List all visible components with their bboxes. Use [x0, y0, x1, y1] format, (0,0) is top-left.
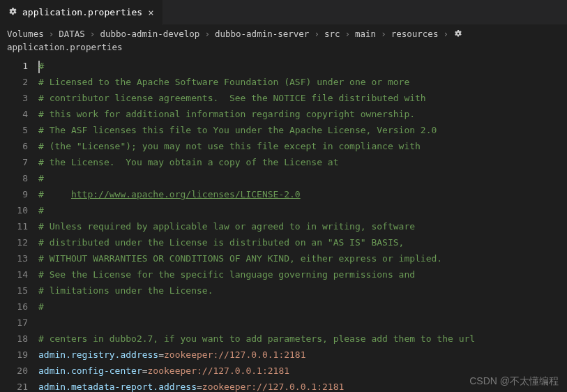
code-editor[interactable]: 12345678910111213141516171819202122 ## L…: [0, 56, 567, 392]
line-number: 17: [0, 315, 28, 331]
line-number: 1: [0, 58, 28, 74]
gear-icon: [453, 29, 464, 39]
line-number: 20: [0, 363, 28, 379]
breadcrumb-item[interactable]: dubbo-admin-develop: [100, 29, 199, 39]
tab-application-properties[interactable]: application.properties ×: [0, 0, 163, 25]
code-line[interactable]: # Licensed to the Apache Software Founda…: [38, 74, 567, 90]
line-number: 2: [0, 74, 28, 90]
code-line[interactable]: [38, 315, 567, 331]
code-line[interactable]: # (the "License"); you may not use this …: [38, 138, 567, 154]
code-line[interactable]: #: [38, 299, 567, 315]
watermark: CSDN @不太懂编程: [469, 375, 559, 388]
chevron-right-icon: ›: [202, 29, 212, 39]
code-line[interactable]: # limitations under the License.: [38, 282, 567, 299]
line-number: 19: [0, 347, 28, 363]
code-line[interactable]: #: [38, 170, 567, 186]
chevron-right-icon: ›: [88, 29, 98, 39]
chevron-right-icon: ›: [312, 29, 322, 39]
code-line[interactable]: #: [38, 58, 567, 74]
code-line[interactable]: # the License. You may obtain a copy of …: [38, 154, 567, 170]
line-number: 18: [0, 331, 28, 347]
line-number: 12: [0, 234, 28, 250]
tab-label: application.properties: [22, 7, 142, 17]
code-line[interactable]: # http://www.apache.org/licenses/LICENSE…: [38, 186, 567, 202]
code-line[interactable]: # Unless required by applicable law or a…: [38, 218, 567, 234]
line-number: 9: [0, 186, 28, 202]
chevron-right-icon: ›: [379, 29, 388, 39]
breadcrumb-item[interactable]: dubbo-admin-server: [215, 29, 309, 39]
line-number: 10: [0, 202, 28, 218]
code-line[interactable]: #: [38, 202, 567, 218]
code-line[interactable]: # distributed under the License is distr…: [38, 234, 567, 250]
chevron-right-icon: ›: [441, 29, 451, 39]
breadcrumb-item[interactable]: src: [324, 29, 340, 39]
code-line[interactable]: # centers in dubbo2.7, if you want to ad…: [38, 331, 567, 347]
chevron-right-icon: ›: [47, 29, 56, 39]
line-number: 16: [0, 299, 28, 315]
line-number: 13: [0, 250, 28, 266]
code-line[interactable]: # The ASF licenses this file to You unde…: [38, 122, 567, 138]
line-number-gutter: 12345678910111213141516171819202122: [0, 56, 38, 392]
line-number: 8: [0, 170, 28, 186]
close-icon[interactable]: ×: [146, 7, 155, 18]
breadcrumb[interactable]: Volumes › DATAS › dubbo-admin-develop › …: [0, 25, 567, 56]
breadcrumb-item[interactable]: resources: [391, 29, 439, 39]
url-link[interactable]: http://www.apache.org/licenses/LICENSE-2…: [71, 189, 301, 199]
line-number: 4: [0, 106, 28, 122]
line-number: 7: [0, 154, 28, 170]
code-content[interactable]: ## Licensed to the Apache Software Found…: [38, 56, 567, 392]
line-number: 14: [0, 266, 28, 282]
line-number: 11: [0, 218, 28, 234]
breadcrumb-item[interactable]: main: [355, 29, 376, 39]
line-number: 5: [0, 122, 28, 138]
tab-bar: application.properties ×: [0, 0, 567, 25]
code-line[interactable]: # this work for additional information r…: [38, 106, 567, 122]
breadcrumb-item[interactable]: DATAS: [59, 29, 85, 39]
code-line[interactable]: # contributor license agreements. See th…: [38, 90, 567, 106]
line-number: 21: [0, 379, 28, 392]
code-line[interactable]: # WITHOUT WARRANTIES OR CONDITIONS OF AN…: [38, 250, 567, 266]
line-number: 15: [0, 282, 28, 299]
line-number: 6: [0, 138, 28, 154]
breadcrumb-item[interactable]: Volumes: [7, 29, 44, 39]
line-number: 3: [0, 90, 28, 106]
gear-icon: [7, 7, 18, 18]
code-line[interactable]: admin.registry.address=zookeeper://127.0…: [38, 347, 567, 363]
breadcrumb-item[interactable]: application.properties: [7, 42, 123, 52]
chevron-right-icon: ›: [343, 29, 353, 39]
code-line[interactable]: # See the License for the specific langu…: [38, 266, 567, 282]
